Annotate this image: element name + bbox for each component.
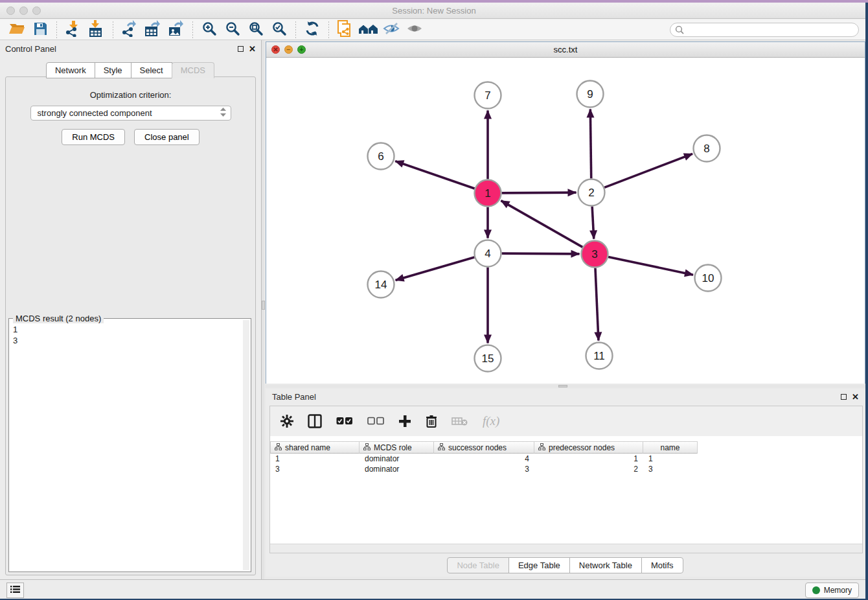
- network-maximize-button[interactable]: +: [297, 45, 306, 54]
- table-cell[interactable]: 1: [270, 454, 360, 464]
- network-graph[interactable]: 1234678910111415: [266, 58, 865, 384]
- column-header-predecessor-nodes[interactable]: predecessor nodes: [534, 441, 643, 454]
- graph-edge-2-8[interactable]: [604, 154, 692, 187]
- table-cell[interactable]: 1: [643, 454, 698, 464]
- clone-network-button[interactable]: [334, 21, 357, 39]
- export-image-icon: [167, 20, 185, 40]
- result-scrollbar[interactable]: [243, 320, 249, 570]
- run-mcds-button[interactable]: Run MCDS: [62, 129, 125, 145]
- criterion-select[interactable]: strongly connected component: [30, 106, 231, 121]
- tab-mcds[interactable]: MCDS: [172, 62, 214, 78]
- graph-edge-1-6[interactable]: [395, 161, 474, 189]
- search-input[interactable]: [670, 23, 859, 37]
- zoom-selected-button[interactable]: [268, 21, 291, 39]
- graph-node-label-2: 2: [588, 187, 594, 199]
- network-canvas[interactable]: 1234678910111415: [266, 58, 865, 384]
- tab-select[interactable]: Select: [131, 62, 172, 78]
- delete-icon[interactable]: [426, 415, 437, 428]
- graph-edge-1-2[interactable]: [501, 192, 576, 193]
- export-table-icon: [144, 20, 162, 40]
- columns-icon[interactable]: [308, 414, 322, 428]
- zoom-fit-button[interactable]: [244, 21, 268, 39]
- criterion-value: strongly connected component: [38, 108, 152, 118]
- column-header-shared-name[interactable]: shared name: [270, 441, 360, 454]
- close-panel-button[interactable]: Close panel: [134, 129, 200, 145]
- toolbar-separator: [56, 21, 57, 38]
- column-label: successor nodes: [448, 443, 507, 452]
- table-cell[interactable]: 1: [534, 454, 643, 464]
- table-cell[interactable]: 2: [534, 464, 643, 474]
- graph-node-label-14: 14: [375, 279, 387, 291]
- control-panel-tabs: NetworkStyleSelectMCDS: [0, 62, 261, 78]
- tab-style[interactable]: Style: [95, 62, 131, 78]
- export-table-button[interactable]: [141, 21, 165, 39]
- optimization-label: Optimization criterion:: [6, 90, 255, 100]
- table-cell[interactable]: dominator: [360, 454, 434, 464]
- add-column-icon[interactable]: [398, 415, 411, 428]
- show-graphics-button[interactable]: [404, 21, 427, 39]
- graph-edge-4-14[interactable]: [396, 257, 475, 280]
- open-file-button[interactable]: [5, 21, 29, 39]
- hierarchy-icon: [363, 443, 371, 452]
- table-cell[interactable]: 4: [434, 454, 534, 464]
- ndex-button[interactable]: [357, 21, 380, 39]
- table-panel-header: Table Panel ✕: [266, 389, 865, 404]
- table-tab-network-table[interactable]: Network Table: [569, 557, 642, 573]
- gear-icon[interactable]: [280, 415, 293, 428]
- column-label: name: [660, 443, 680, 452]
- float-panel-icon[interactable]: [238, 46, 244, 52]
- import-table-button[interactable]: [85, 21, 108, 39]
- hide-graphics-button[interactable]: [380, 21, 404, 39]
- network-minimize-button[interactable]: −: [284, 45, 293, 54]
- graph-edge-2-9[interactable]: [590, 109, 591, 178]
- memory-button[interactable]: Memory: [805, 583, 859, 598]
- zoom-out-button[interactable]: [221, 21, 244, 39]
- save-session-button[interactable]: [29, 21, 52, 39]
- import-network-button[interactable]: [62, 21, 85, 39]
- tab-network[interactable]: Network: [46, 62, 95, 78]
- table-hscrollbar[interactable]: [270, 544, 862, 553]
- graph-node-label-6: 6: [378, 150, 383, 163]
- table-row[interactable]: 1dominator411: [270, 454, 862, 464]
- table-tab-motifs[interactable]: Motifs: [641, 557, 683, 573]
- table-row[interactable]: 3dominator323: [270, 464, 862, 474]
- export-network-button[interactable]: [118, 21, 141, 39]
- hierarchy-icon: [538, 443, 545, 452]
- mcds-result-text[interactable]: 1 3: [13, 324, 242, 570]
- graph-edge-3-11[interactable]: [595, 268, 599, 340]
- apply-layout-button[interactable]: [301, 21, 324, 39]
- hide-eye-icon: [383, 21, 401, 38]
- zoom-fit-icon: [248, 21, 264, 39]
- ndex-icon: [358, 21, 379, 38]
- select-all-icon[interactable]: [336, 417, 353, 426]
- export-image-button[interactable]: [165, 21, 188, 39]
- graph-node-label-1: 1: [485, 187, 490, 200]
- zoom-in-button[interactable]: [198, 21, 221, 39]
- graph-edge-3-1[interactable]: [501, 201, 582, 248]
- table-tab-node-table[interactable]: Node Table: [447, 557, 509, 573]
- column-header-name[interactable]: name: [643, 441, 698, 454]
- graph-edge-2-3[interactable]: [592, 206, 594, 238]
- graph-edge-4-3[interactable]: [501, 253, 579, 254]
- column-header-successor-nodes[interactable]: successor nodes: [434, 441, 534, 454]
- zoom-in-icon: [201, 21, 217, 39]
- task-history-button[interactable]: [6, 583, 24, 598]
- graph-node-label-4: 4: [485, 248, 490, 260]
- table-cell[interactable]: 3: [643, 464, 698, 474]
- table-tab-edge-table[interactable]: Edge Table: [508, 557, 570, 573]
- table-cell[interactable]: 3: [270, 464, 360, 474]
- table-cell[interactable]: 3: [434, 464, 534, 474]
- horizontal-divider[interactable]: [266, 385, 865, 387]
- table-toolbar: f(x): [270, 406, 862, 436]
- deselect-all-icon[interactable]: [367, 417, 384, 426]
- network-close-button[interactable]: ✕: [271, 45, 280, 54]
- close-table-panel-icon[interactable]: ✕: [852, 394, 859, 400]
- horizontal-divider-grip[interactable]: [558, 385, 567, 387]
- apply-layout-icon: [304, 21, 320, 39]
- graph-edge-3-10[interactable]: [608, 257, 693, 275]
- mcds-result-group: MCDS result (2 nodes) 1 3: [8, 318, 251, 572]
- close-panel-icon[interactable]: ✕: [249, 46, 256, 52]
- float-table-panel-icon[interactable]: [841, 394, 847, 400]
- table-cell[interactable]: dominator: [360, 464, 434, 474]
- column-header-MCDS-role[interactable]: MCDS role: [360, 441, 434, 454]
